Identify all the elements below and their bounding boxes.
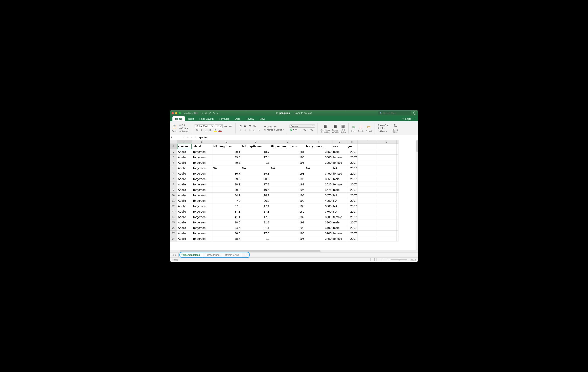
cell-I14[interactable] <box>358 214 377 220</box>
cell-A17[interactable]: Adelie <box>177 231 192 236</box>
cell-B7[interactable]: Torgersen <box>192 176 212 182</box>
merge-center-button[interactable]: ⊟Merge & Center ▾ <box>264 128 284 131</box>
row-header-13[interactable]: 13 <box>170 209 177 214</box>
cell-G3[interactable]: female <box>332 155 347 160</box>
cell-E10[interactable]: 193 <box>270 193 305 198</box>
cell-C13[interactable]: 37.8 <box>212 209 241 214</box>
cell-G4[interactable]: female <box>332 160 347 165</box>
cell-F4[interactable]: 3250 <box>305 160 332 165</box>
cell-J7[interactable] <box>377 176 397 182</box>
row-header-4[interactable]: 4 <box>170 160 177 165</box>
cell-J3[interactable] <box>377 155 397 160</box>
format-table-icon[interactable]: ▦ <box>333 123 337 129</box>
cell-J2[interactable] <box>377 149 397 155</box>
cell-A4[interactable]: Adelie <box>177 160 192 165</box>
cell-E3[interactable]: 186 <box>270 155 305 160</box>
cell-I18[interactable] <box>358 236 377 241</box>
cell-C2[interactable]: 39.1 <box>212 149 241 155</box>
cell-E2[interactable]: 181 <box>270 149 305 155</box>
row-header-18[interactable]: 18 <box>170 236 177 241</box>
cell-I7[interactable] <box>358 176 377 182</box>
add-sheet-button[interactable]: ＋ <box>242 252 250 258</box>
cell-C12[interactable]: 37.8 <box>212 203 241 209</box>
cell-F13[interactable]: 3700 <box>305 209 332 214</box>
cell-B17[interactable]: Torgersen <box>192 231 212 236</box>
vertical-scrollbar[interactable] <box>416 140 418 250</box>
cell-F3[interactable]: 3800 <box>305 155 332 160</box>
comma-icon[interactable]: , <box>299 128 303 132</box>
align-bottom-icon[interactable]: ⬒ <box>248 124 252 128</box>
cell-E13[interactable]: 180 <box>270 209 305 214</box>
sheet-tab-dream-island[interactable]: Dream Island <box>222 253 242 257</box>
ribbon-tab-data[interactable]: Data <box>232 116 243 121</box>
border-button[interactable]: ▦▾ <box>209 128 213 132</box>
page-layout-view-icon[interactable] <box>377 258 381 261</box>
italic-button[interactable]: I <box>199 128 203 132</box>
cell-G2[interactable]: male <box>332 149 347 155</box>
cell-E5[interactable]: NA <box>270 165 305 171</box>
row-header-7[interactable]: 7 <box>170 176 177 182</box>
cell-J10[interactable] <box>377 193 397 198</box>
row-header-2[interactable]: 2 <box>170 149 177 155</box>
cell-C4[interactable]: 40.3 <box>212 160 241 165</box>
ribbon-tab-review[interactable]: Review <box>243 116 257 121</box>
cell-H12[interactable]: 2007 <box>347 203 358 209</box>
ribbon-tab-home[interactable]: Home <box>172 116 185 121</box>
delete-cells-icon[interactable]: ⊖ <box>359 124 363 130</box>
cell-F12[interactable]: 3300 <box>305 203 332 209</box>
qat-dropdown-icon[interactable]: ▾ <box>217 112 219 115</box>
cell-G13[interactable]: NA <box>332 209 347 214</box>
row-header-11[interactable]: 11 <box>170 198 177 203</box>
font-color-button[interactable]: A <box>218 128 222 132</box>
row-header-10[interactable]: 10 <box>170 193 177 198</box>
ribbon-tab-page-layout[interactable]: Page Layout <box>197 116 216 121</box>
cell-A5[interactable]: Adelie <box>177 165 192 171</box>
cell-I5[interactable] <box>358 165 377 171</box>
insert-cells-icon[interactable]: ⊕ <box>352 124 355 130</box>
cell-B5[interactable]: Torgersen <box>192 165 212 171</box>
cell-B14[interactable]: Torgersen <box>192 214 212 220</box>
cell-F18[interactable]: 3450 <box>305 236 332 241</box>
cell-H15[interactable]: 2007 <box>347 220 358 225</box>
cell-D7[interactable]: 20.6 <box>241 176 270 182</box>
cell-J5[interactable] <box>377 165 397 171</box>
maximize-window-button[interactable] <box>179 112 181 114</box>
increase-font-icon[interactable]: A▴ <box>223 124 228 128</box>
cell-D3[interactable]: 17.4 <box>241 155 270 160</box>
cell-G12[interactable]: NA <box>332 203 347 209</box>
cell-B4[interactable]: Torgersen <box>192 160 212 165</box>
cell-A2[interactable]: Adelie <box>177 149 192 155</box>
cell-H14[interactable]: 2007 <box>347 214 358 220</box>
row-header-16[interactable]: 16 <box>170 225 177 231</box>
fill-button[interactable]: ⬇Fill▾ <box>378 127 391 130</box>
cell-B18[interactable]: Torgersen <box>192 236 212 241</box>
cell-G7[interactable]: male <box>332 176 347 182</box>
cell-I6[interactable] <box>358 171 377 176</box>
cell-C14[interactable]: 41.1 <box>212 214 241 220</box>
cell-J4[interactable] <box>377 160 397 165</box>
orientation-icon[interactable]: ⟲▾ <box>252 124 257 128</box>
align-center-icon[interactable]: ≡ <box>243 128 247 132</box>
cell-B9[interactable]: Torgersen <box>192 187 212 193</box>
col-header-I[interactable]: I <box>358 140 377 144</box>
cell-G10[interactable]: NA <box>332 193 347 198</box>
cell-H8[interactable]: 2007 <box>347 182 358 187</box>
cell-F7[interactable]: 3650 <box>305 176 332 182</box>
cell-H11[interactable]: 2007 <box>347 198 358 203</box>
cell-H7[interactable]: 2007 <box>347 176 358 182</box>
sheet-nav-next-icon[interactable]: ▶ <box>174 254 178 256</box>
cell-F6[interactable]: 3450 <box>305 171 332 176</box>
cell-A12[interactable]: Adelie <box>177 203 192 209</box>
align-middle-icon[interactable]: ⬓ <box>243 124 247 128</box>
cell-B2[interactable]: Torgersen <box>192 149 212 155</box>
fill-color-button[interactable]: ◊ <box>213 128 218 132</box>
cell-C7[interactable]: 39.3 <box>212 176 241 182</box>
ribbon-tab-view[interactable]: View <box>257 116 268 121</box>
cell-C10[interactable]: 34.1 <box>212 193 241 198</box>
search-box[interactable]: 🔍 <box>378 111 411 115</box>
sheet-tab-torgersen-island[interactable]: Torgersen Island <box>178 253 203 257</box>
ribbon-collapse-icon[interactable]: ˄ <box>414 118 416 120</box>
select-all-corner[interactable] <box>170 140 177 144</box>
horizontal-scrollbar[interactable] <box>170 250 418 252</box>
formula-input[interactable]: species <box>198 136 418 139</box>
